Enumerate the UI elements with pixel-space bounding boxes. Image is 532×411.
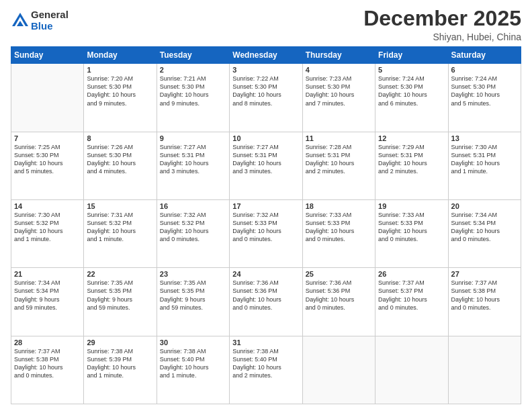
col-header-friday: Friday xyxy=(375,47,448,64)
calendar-cell: 18Sunrise: 7:33 AM Sunset: 5:33 PM Dayli… xyxy=(302,199,375,267)
day-info: Sunrise: 7:28 AM Sunset: 5:31 PM Dayligh… xyxy=(306,143,372,176)
calendar-cell: 3Sunrise: 7:22 AM Sunset: 5:30 PM Daylig… xyxy=(230,64,302,132)
day-info: Sunrise: 7:37 AM Sunset: 5:38 PM Dayligh… xyxy=(14,347,81,380)
calendar-cell: 9Sunrise: 7:27 AM Sunset: 5:31 PM Daylig… xyxy=(157,132,229,199)
calendar-cell: 16Sunrise: 7:32 AM Sunset: 5:32 PM Dayli… xyxy=(157,199,229,267)
day-number: 5 xyxy=(378,66,445,74)
logo-icon xyxy=(11,11,30,30)
calendar-cell: 2Sunrise: 7:21 AM Sunset: 5:30 PM Daylig… xyxy=(157,64,229,132)
day-info: Sunrise: 7:38 AM Sunset: 5:39 PM Dayligh… xyxy=(87,347,153,380)
day-number: 27 xyxy=(451,270,518,278)
day-info: Sunrise: 7:26 AM Sunset: 5:30 PM Dayligh… xyxy=(87,143,153,176)
day-info: Sunrise: 7:30 AM Sunset: 5:32 PM Dayligh… xyxy=(14,211,81,244)
day-info: Sunrise: 7:29 AM Sunset: 5:31 PM Dayligh… xyxy=(378,143,445,176)
day-info: Sunrise: 7:34 AM Sunset: 5:34 PM Dayligh… xyxy=(14,279,81,312)
calendar-cell: 7Sunrise: 7:25 AM Sunset: 5:30 PM Daylig… xyxy=(11,132,84,199)
day-number: 1 xyxy=(87,66,153,74)
day-info: Sunrise: 7:35 AM Sunset: 5:35 PM Dayligh… xyxy=(160,279,226,312)
calendar-cell: 10Sunrise: 7:27 AM Sunset: 5:31 PM Dayli… xyxy=(230,132,302,199)
day-info: Sunrise: 7:25 AM Sunset: 5:30 PM Dayligh… xyxy=(14,143,81,176)
day-number: 2 xyxy=(160,66,226,74)
calendar-table: SundayMondayTuesdayWednesdayThursdayFrid… xyxy=(11,46,521,404)
calendar-cell xyxy=(448,336,521,404)
calendar-cell: 5Sunrise: 7:24 AM Sunset: 5:30 PM Daylig… xyxy=(375,64,448,132)
title-block: December 2025 Shiyan, Hubei, China xyxy=(363,7,521,42)
calendar-cell: 23Sunrise: 7:35 AM Sunset: 5:35 PM Dayli… xyxy=(157,268,229,336)
day-number: 29 xyxy=(87,338,153,347)
day-number: 25 xyxy=(306,270,372,278)
day-info: Sunrise: 7:24 AM Sunset: 5:30 PM Dayligh… xyxy=(378,75,445,107)
day-info: Sunrise: 7:32 AM Sunset: 5:33 PM Dayligh… xyxy=(232,211,299,244)
day-number: 22 xyxy=(87,270,153,278)
day-info: Sunrise: 7:36 AM Sunset: 5:36 PM Dayligh… xyxy=(306,279,372,312)
day-number: 6 xyxy=(451,66,518,74)
calendar-cell: 19Sunrise: 7:33 AM Sunset: 5:33 PM Dayli… xyxy=(375,199,448,267)
day-number: 15 xyxy=(87,202,153,210)
calendar-cell: 30Sunrise: 7:38 AM Sunset: 5:40 PM Dayli… xyxy=(157,336,229,404)
day-number: 14 xyxy=(14,202,81,210)
calendar-cell: 11Sunrise: 7:28 AM Sunset: 5:31 PM Dayli… xyxy=(302,132,375,199)
day-info: Sunrise: 7:31 AM Sunset: 5:32 PM Dayligh… xyxy=(87,211,153,244)
day-info: Sunrise: 7:20 AM Sunset: 5:30 PM Dayligh… xyxy=(87,75,153,107)
calendar-cell: 17Sunrise: 7:32 AM Sunset: 5:33 PM Dayli… xyxy=(230,199,302,267)
col-header-saturday: Saturday xyxy=(448,47,521,64)
calendar-cell: 29Sunrise: 7:38 AM Sunset: 5:39 PM Dayli… xyxy=(84,336,157,404)
calendar-cell: 15Sunrise: 7:31 AM Sunset: 5:32 PM Dayli… xyxy=(84,199,157,267)
day-number: 21 xyxy=(14,270,81,278)
day-info: Sunrise: 7:21 AM Sunset: 5:30 PM Dayligh… xyxy=(160,75,226,107)
header: General Blue December 2025 Shiyan, Hubei… xyxy=(11,7,521,42)
day-number: 19 xyxy=(378,202,445,210)
day-info: Sunrise: 7:38 AM Sunset: 5:40 PM Dayligh… xyxy=(232,347,299,380)
day-info: Sunrise: 7:33 AM Sunset: 5:33 PM Dayligh… xyxy=(378,211,445,244)
day-number: 9 xyxy=(160,134,226,142)
calendar-cell: 20Sunrise: 7:34 AM Sunset: 5:34 PM Dayli… xyxy=(448,199,521,267)
week-row-3: 21Sunrise: 7:34 AM Sunset: 5:34 PM Dayli… xyxy=(11,268,521,336)
logo: General Blue xyxy=(11,9,69,32)
week-row-4: 28Sunrise: 7:37 AM Sunset: 5:38 PM Dayli… xyxy=(11,336,521,404)
col-header-tuesday: Tuesday xyxy=(157,47,229,64)
logo-text: General Blue xyxy=(31,9,69,32)
day-number: 20 xyxy=(451,202,518,210)
day-number: 4 xyxy=(306,66,372,74)
day-number: 16 xyxy=(160,202,226,210)
page: General Blue December 2025 Shiyan, Hubei… xyxy=(0,0,532,411)
calendar-header-row: SundayMondayTuesdayWednesdayThursdayFrid… xyxy=(11,47,521,64)
location-title: Shiyan, Hubei, China xyxy=(363,32,521,42)
day-info: Sunrise: 7:37 AM Sunset: 5:38 PM Dayligh… xyxy=(451,279,518,312)
day-info: Sunrise: 7:23 AM Sunset: 5:30 PM Dayligh… xyxy=(306,75,372,107)
calendar-cell: 8Sunrise: 7:26 AM Sunset: 5:30 PM Daylig… xyxy=(84,132,157,199)
day-number: 12 xyxy=(378,134,445,142)
day-number: 18 xyxy=(306,202,372,210)
day-info: Sunrise: 7:32 AM Sunset: 5:32 PM Dayligh… xyxy=(160,211,226,244)
day-info: Sunrise: 7:24 AM Sunset: 5:30 PM Dayligh… xyxy=(451,75,518,107)
day-number: 24 xyxy=(232,270,299,278)
col-header-wednesday: Wednesday xyxy=(230,47,302,64)
calendar-cell: 12Sunrise: 7:29 AM Sunset: 5:31 PM Dayli… xyxy=(375,132,448,199)
day-number: 10 xyxy=(232,134,299,142)
calendar-cell: 26Sunrise: 7:37 AM Sunset: 5:37 PM Dayli… xyxy=(375,268,448,336)
day-info: Sunrise: 7:22 AM Sunset: 5:30 PM Dayligh… xyxy=(232,75,299,107)
col-header-monday: Monday xyxy=(84,47,157,64)
col-header-sunday: Sunday xyxy=(11,47,84,64)
day-info: Sunrise: 7:37 AM Sunset: 5:37 PM Dayligh… xyxy=(378,279,445,312)
col-header-thursday: Thursday xyxy=(302,47,375,64)
day-info: Sunrise: 7:36 AM Sunset: 5:36 PM Dayligh… xyxy=(232,279,299,312)
day-info: Sunrise: 7:27 AM Sunset: 5:31 PM Dayligh… xyxy=(160,143,226,176)
day-number: 30 xyxy=(160,338,226,347)
calendar-cell: 13Sunrise: 7:30 AM Sunset: 5:31 PM Dayli… xyxy=(448,132,521,199)
calendar-cell: 1Sunrise: 7:20 AM Sunset: 5:30 PM Daylig… xyxy=(84,64,157,132)
day-number: 7 xyxy=(14,134,81,142)
week-row-2: 14Sunrise: 7:30 AM Sunset: 5:32 PM Dayli… xyxy=(11,199,521,267)
week-row-0: 1Sunrise: 7:20 AM Sunset: 5:30 PM Daylig… xyxy=(11,64,521,132)
day-number: 13 xyxy=(451,134,518,142)
day-info: Sunrise: 7:30 AM Sunset: 5:31 PM Dayligh… xyxy=(451,143,518,176)
day-info: Sunrise: 7:35 AM Sunset: 5:35 PM Dayligh… xyxy=(87,279,153,312)
day-info: Sunrise: 7:38 AM Sunset: 5:40 PM Dayligh… xyxy=(160,347,226,380)
week-row-1: 7Sunrise: 7:25 AM Sunset: 5:30 PM Daylig… xyxy=(11,132,521,199)
day-number: 8 xyxy=(87,134,153,142)
calendar-cell: 6Sunrise: 7:24 AM Sunset: 5:30 PM Daylig… xyxy=(448,64,521,132)
calendar-cell: 28Sunrise: 7:37 AM Sunset: 5:38 PM Dayli… xyxy=(11,336,84,404)
day-info: Sunrise: 7:27 AM Sunset: 5:31 PM Dayligh… xyxy=(232,143,299,176)
calendar-cell: 14Sunrise: 7:30 AM Sunset: 5:32 PM Dayli… xyxy=(11,199,84,267)
calendar-cell xyxy=(302,336,375,404)
